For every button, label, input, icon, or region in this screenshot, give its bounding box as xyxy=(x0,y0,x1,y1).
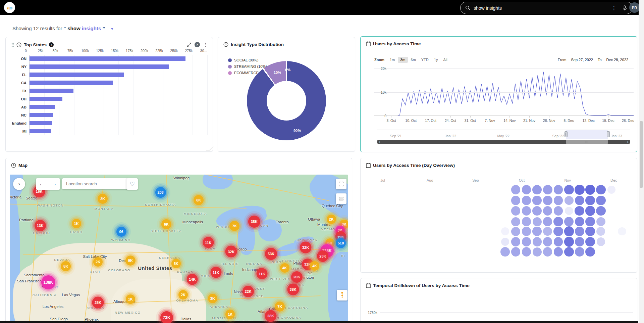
punchcard-bubble xyxy=(500,247,509,256)
bar[interactable] xyxy=(30,129,51,133)
mic-icon[interactable] xyxy=(623,5,627,11)
map-cluster-marker[interactable]: 5K xyxy=(171,259,181,268)
map-cluster-marker[interactable]: 8K xyxy=(61,261,71,271)
global-search[interactable]: show insights ⋮ xyxy=(460,2,633,14)
map-cluster-marker[interactable]: 20K xyxy=(291,271,303,283)
map-cluster-marker[interactable]: 3K xyxy=(98,194,108,204)
map-cluster-marker[interactable]: 96 xyxy=(116,227,126,237)
map-cluster-marker[interactable]: 38K xyxy=(287,283,299,295)
map-cluster-marker[interactable]: 1K xyxy=(225,310,235,319)
location-search-input[interactable] xyxy=(62,178,128,189)
bar[interactable] xyxy=(30,73,124,77)
navigator-selection[interactable] xyxy=(566,130,608,139)
map-cluster-marker[interactable]: 35K xyxy=(248,216,260,228)
punchcard-bubble xyxy=(553,217,563,226)
card-title: Users by Access Time (Day Overview) xyxy=(373,163,455,168)
scrollbar-right-arrow[interactable]: ▸ xyxy=(626,140,630,144)
expand-icon[interactable] xyxy=(187,43,191,47)
punchcard-bubble xyxy=(564,237,574,246)
donut-chart[interactable]: 90% 10% 0% xyxy=(247,61,326,140)
bar[interactable] xyxy=(30,113,53,117)
favorite-button[interactable]: ♡ xyxy=(126,178,138,190)
navigator-left-handle[interactable] xyxy=(565,131,568,137)
bar[interactable] xyxy=(30,81,113,85)
open-quote: “ xyxy=(64,26,66,31)
map-cluster-marker[interactable]: 1K xyxy=(126,294,135,304)
from-date-input[interactable]: Sep 27, 2022 xyxy=(569,57,595,62)
zoom-option-YTD[interactable]: YTD xyxy=(419,57,431,63)
map-cluster-marker[interactable]: 73K xyxy=(160,311,173,323)
map-cluster-marker[interactable]: 53K xyxy=(265,248,277,260)
resize-handle[interactable] xyxy=(206,146,214,150)
map-cluster-marker[interactable]: 7K xyxy=(275,302,285,312)
fullscreen-button[interactable] xyxy=(336,179,346,189)
forward-arrow-icon[interactable]: → xyxy=(48,181,60,187)
map-cluster-marker[interactable]: 3K xyxy=(208,294,217,303)
chart-scrollbar[interactable]: ◂▸ xyxy=(377,140,630,144)
to-date-input[interactable]: Dec 28, 2022 xyxy=(604,57,630,62)
user-avatar[interactable]: PR xyxy=(629,2,640,13)
map-cluster-marker[interactable]: 13K xyxy=(35,220,46,231)
layers-button[interactable] xyxy=(336,193,346,204)
map-cluster-marker[interactable]: 2K xyxy=(178,290,188,299)
bar[interactable] xyxy=(30,121,52,125)
map-cluster-marker[interactable]: 2K xyxy=(327,215,336,224)
results-dropdown-icon[interactable]: ▾ xyxy=(111,27,113,31)
map-cluster-marker[interactable]: 32K xyxy=(225,246,237,258)
map-cluster-marker[interactable]: 25K xyxy=(92,296,104,308)
legend-item[interactable]: STREAMING (10%) xyxy=(228,64,267,68)
map-cluster-marker[interactable]: 28K xyxy=(265,310,277,322)
map-cluster-marker[interactable]: 518 xyxy=(336,238,346,248)
navigator-right-handle[interactable] xyxy=(607,131,610,137)
pegman-button[interactable] xyxy=(337,290,347,301)
map-cluster-marker[interactable]: 11K xyxy=(203,237,214,248)
zoom-buttons: 1m3m6mYTD1yAll xyxy=(387,57,450,63)
map-cluster-marker[interactable]: 8K xyxy=(194,195,204,205)
card-title: Temporal Drilldown of Users by Access Ti… xyxy=(373,283,470,288)
search-kebab-icon[interactable]: ⋮ xyxy=(611,5,616,11)
page-scrollbar[interactable] xyxy=(639,0,644,323)
zoom-option-1m[interactable]: 1m xyxy=(387,57,397,63)
panel-toggle-button[interactable]: › xyxy=(13,178,25,190)
zoom-option-3m[interactable]: 3m xyxy=(398,57,408,63)
map-cluster-marker[interactable]: 4K xyxy=(280,263,289,273)
navigator-label: May '22 xyxy=(497,134,509,138)
map-cluster-marker[interactable]: 6K xyxy=(161,219,171,229)
zoom-option-6m[interactable]: 6m xyxy=(409,57,418,63)
map-cluster-marker[interactable]: 14K xyxy=(187,274,198,285)
bar[interactable] xyxy=(30,105,55,109)
results-prefix: Showing 12 results for xyxy=(12,26,62,31)
map-cluster-marker[interactable]: 203 xyxy=(155,187,166,198)
map-cluster-marker[interactable]: 9K xyxy=(125,256,136,266)
map-cluster-marker[interactable]: 11K xyxy=(256,268,267,279)
map-cluster-marker[interactable]: 138K xyxy=(41,275,55,289)
scrollbar-thumb[interactable] xyxy=(640,121,643,188)
scrollbar-left-arrow[interactable]: ◂ xyxy=(377,140,381,144)
map-cluster-marker[interactable]: 11K xyxy=(210,267,221,278)
map-cluster-marker[interactable]: 22K xyxy=(243,286,254,297)
bar[interactable] xyxy=(30,64,169,69)
map-cluster-marker[interactable]: 1K xyxy=(72,219,81,228)
zoom-option-1y[interactable]: 1y xyxy=(432,57,440,63)
help-icon[interactable]: ? xyxy=(49,42,54,47)
map-cluster-marker[interactable]: 23K xyxy=(317,250,328,262)
scrollbar-thumb[interactable] xyxy=(566,140,608,144)
bar[interactable] xyxy=(30,56,185,61)
punchcard-bubble xyxy=(554,237,563,246)
bar[interactable] xyxy=(30,89,73,93)
map-cluster-marker[interactable]: 2K xyxy=(93,257,103,267)
map-canvas[interactable]: › ←→ ♡ WinnipegVictoriaSeattlePortlandWA… xyxy=(10,175,348,323)
back-arrow-icon[interactable]: ← xyxy=(36,181,48,187)
chart-navigator[interactable]: Sep '21Jan '22May '22Sep '22Jan '23 xyxy=(377,130,630,139)
bar[interactable] xyxy=(30,97,62,101)
zoom-option-All[interactable]: All xyxy=(441,57,449,63)
map-cluster-marker[interactable]: 4K xyxy=(310,261,319,271)
search-input[interactable]: show insights xyxy=(474,5,608,11)
app-logo[interactable]: ao xyxy=(4,2,15,13)
drag-handle-icon[interactable] xyxy=(11,42,14,47)
map-cluster-marker[interactable]: 7K xyxy=(229,221,239,231)
card-menu-icon[interactable]: ⋮ xyxy=(203,42,208,47)
map-cluster-marker[interactable]: 32K xyxy=(300,241,312,253)
legend-item[interactable]: SOCIAL (90%) xyxy=(228,58,267,62)
close-icon[interactable]: ✕ xyxy=(195,42,200,47)
